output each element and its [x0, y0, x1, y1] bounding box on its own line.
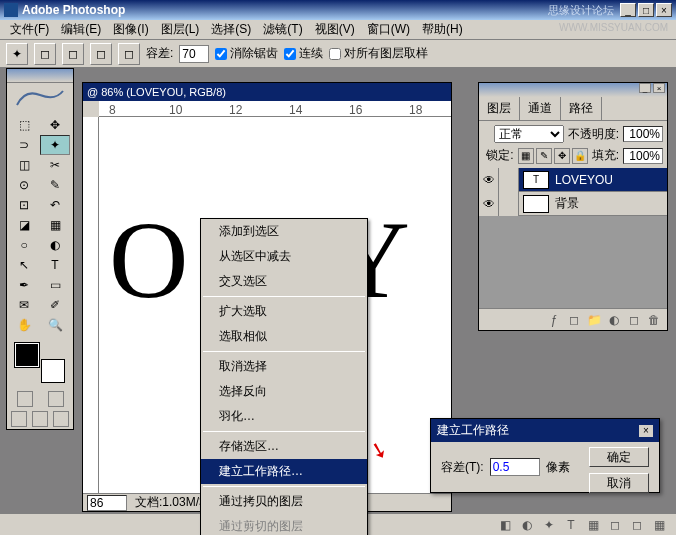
menu-view[interactable]: 视图(V) [309, 19, 361, 40]
contiguous-checkbox[interactable] [284, 48, 296, 60]
selection-sub-button[interactable]: ◻ [90, 43, 112, 65]
all-layers-checkbox[interactable] [329, 48, 341, 60]
zoom-input[interactable]: 86 [87, 495, 127, 511]
toolbox-header[interactable] [7, 69, 73, 83]
tool-brush[interactable]: ✎ [40, 175, 70, 195]
lock-move-icon[interactable]: ✥ [554, 148, 570, 164]
ctx-similar[interactable]: 选取相似 [201, 324, 367, 349]
sb-icon[interactable]: ✦ [540, 517, 558, 533]
close-button[interactable]: × [656, 3, 672, 17]
ctx-make-work-path[interactable]: 建立工作路径… [201, 459, 367, 484]
sb-icon[interactable]: ◻ [628, 517, 646, 533]
menu-select[interactable]: 选择(S) [205, 19, 257, 40]
sb-icon[interactable]: ◧ [496, 517, 514, 533]
layer-mask-icon[interactable]: ◻ [565, 312, 583, 328]
tool-notes[interactable]: ✉ [9, 295, 39, 315]
panel-header[interactable]: _ × [479, 83, 667, 97]
layer-delete-icon[interactable]: 🗑 [645, 312, 663, 328]
sb-icon[interactable]: ▦ [584, 517, 602, 533]
tool-eyedrop[interactable]: ✐ [40, 295, 70, 315]
sb-icon[interactable]: ◻ [606, 517, 624, 533]
quickmask-mode[interactable] [48, 391, 64, 407]
tool-eraser[interactable]: ◪ [9, 215, 39, 235]
tool-move[interactable]: ✥ [40, 115, 70, 135]
menu-window[interactable]: 窗口(W) [361, 19, 416, 40]
layer-set-icon[interactable]: 📁 [585, 312, 603, 328]
visibility-icon[interactable]: 👁 [479, 192, 499, 216]
menu-filter[interactable]: 滤镜(T) [257, 19, 308, 40]
tool-zoom[interactable]: 🔍 [40, 315, 70, 335]
tool-pen[interactable]: ✒ [9, 275, 39, 295]
layer-name[interactable]: LOVEYOU [553, 173, 667, 187]
tool-crop[interactable]: ◫ [9, 155, 39, 175]
tool-type[interactable]: T [40, 255, 70, 275]
lock-transparent-icon[interactable]: ▦ [518, 148, 534, 164]
ctx-feather[interactable]: 羽化… [201, 404, 367, 429]
opacity-input[interactable] [623, 126, 663, 142]
tool-lasso[interactable]: ⊃ [9, 135, 39, 155]
layer-fx-icon[interactable]: ƒ [545, 312, 563, 328]
ctx-save-selection[interactable]: 存储选区… [201, 434, 367, 459]
dialog-close-button[interactable]: × [639, 425, 653, 437]
sb-icon[interactable]: ◐ [518, 517, 536, 533]
cancel-button[interactable]: 取消 [589, 473, 649, 493]
layer-row[interactable]: 👁 背景 [479, 192, 667, 216]
tool-stamp[interactable]: ⊡ [9, 195, 39, 215]
tool-path[interactable]: ↖ [9, 255, 39, 275]
sb-icon[interactable]: T [562, 517, 580, 533]
ctx-layer-via-copy[interactable]: 通过拷贝的图层 [201, 489, 367, 514]
tool-gradient[interactable]: ▦ [40, 215, 70, 235]
maximize-button[interactable]: □ [638, 3, 654, 17]
lock-paint-icon[interactable]: ✎ [536, 148, 552, 164]
tool-hand[interactable]: ✋ [9, 315, 39, 335]
tolerance-input[interactable] [179, 45, 209, 63]
tool-shape[interactable]: ▭ [40, 275, 70, 295]
menu-file[interactable]: 文件(F) [4, 19, 55, 40]
layer-thumb[interactable]: T [523, 171, 549, 189]
antialias-checkbox[interactable] [215, 48, 227, 60]
screen-full[interactable] [53, 411, 69, 427]
tolerance-dialog-input[interactable] [490, 458, 540, 476]
tool-history[interactable]: ↶ [40, 195, 70, 215]
tab-paths[interactable]: 路径 [561, 97, 602, 120]
selection-new-button[interactable]: ◻ [34, 43, 56, 65]
ctx-inverse[interactable]: 选择反向 [201, 379, 367, 404]
tool-marquee[interactable]: ⬚ [9, 115, 39, 135]
tool-slice[interactable]: ✂ [40, 155, 70, 175]
layer-row[interactable]: 👁 T LOVEYOU [479, 168, 667, 192]
ctx-grow[interactable]: 扩大选取 [201, 299, 367, 324]
link-cell[interactable] [499, 192, 519, 216]
tool-blur[interactable]: ○ [9, 235, 39, 255]
ok-button[interactable]: 确定 [589, 447, 649, 467]
screen-fullmenu[interactable] [32, 411, 48, 427]
standard-mode[interactable] [17, 391, 33, 407]
tab-layers[interactable]: 图层 [479, 97, 520, 120]
foreground-color[interactable] [15, 343, 39, 367]
menu-layer[interactable]: 图层(L) [155, 19, 206, 40]
ctx-subtract-selection[interactable]: 从选区中减去 [201, 244, 367, 269]
link-cell[interactable] [499, 168, 519, 192]
document-title[interactable]: @ 86% (LOVEYOU, RGB/8) [83, 83, 451, 101]
ctx-add-to-selection[interactable]: 添加到选区 [201, 219, 367, 244]
tool-heal[interactable]: ⊙ [9, 175, 39, 195]
layer-adjust-icon[interactable]: ◐ [605, 312, 623, 328]
layer-new-icon[interactable]: ◻ [625, 312, 643, 328]
background-color[interactable] [41, 359, 65, 383]
layer-thumb[interactable] [523, 195, 549, 213]
menu-image[interactable]: 图像(I) [107, 19, 154, 40]
tool-wand[interactable]: ✦ [40, 135, 70, 155]
tab-channels[interactable]: 通道 [520, 97, 561, 120]
ctx-intersect-selection[interactable]: 交叉选区 [201, 269, 367, 294]
visibility-icon[interactable]: 👁 [479, 168, 499, 192]
selection-inter-button[interactable]: ◻ [118, 43, 140, 65]
lock-all-icon[interactable]: 🔒 [572, 148, 588, 164]
tool-preset-button[interactable]: ✦ [6, 43, 28, 65]
fill-input[interactable] [623, 148, 663, 164]
menu-help[interactable]: 帮助(H) [416, 19, 469, 40]
ctx-deselect[interactable]: 取消选择 [201, 354, 367, 379]
minimize-button[interactable]: _ [620, 3, 636, 17]
screen-standard[interactable] [11, 411, 27, 427]
selection-add-button[interactable]: ◻ [62, 43, 84, 65]
blend-mode-select[interactable]: 正常 [494, 125, 564, 143]
menu-edit[interactable]: 编辑(E) [55, 19, 107, 40]
